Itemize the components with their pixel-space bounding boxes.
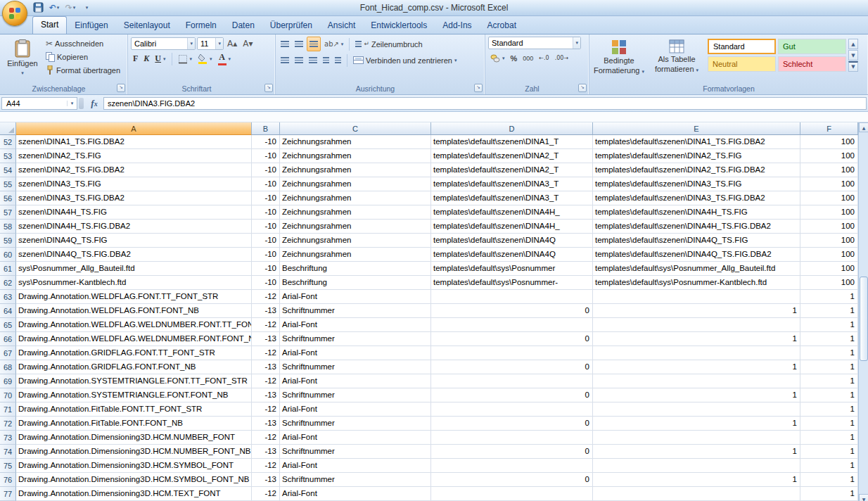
cell-A56[interactable]: szenen\DINA3_TS.FIG.DBA2: [16, 191, 252, 205]
cell-C64[interactable]: Schriftnummer: [280, 304, 431, 318]
number-dialog-launcher[interactable]: ↘: [578, 84, 587, 92]
row-header-52[interactable]: 52: [0, 135, 16, 149]
cell-E72[interactable]: 1: [593, 417, 800, 431]
tab-addins[interactable]: Add-Ins: [435, 18, 479, 34]
cell-D56[interactable]: templates\default\szenen\DINA3_T: [431, 191, 593, 205]
gallery-more-button[interactable]: ▼: [848, 61, 858, 72]
cell-D61[interactable]: templates\default\sys\Posnummer: [431, 262, 593, 276]
cell-D69[interactable]: [431, 374, 593, 388]
borders-button[interactable]: ▾: [176, 52, 195, 65]
decrease-decimal-button[interactable]: .00→: [553, 51, 570, 65]
wrap-text-button[interactable]: ↵Zeilenumbruch: [353, 37, 424, 51]
cell-F55[interactable]: 100: [800, 177, 858, 191]
cell-E55[interactable]: templates\default\szenen\DINA3_TS.FIG: [593, 177, 800, 191]
cell-D70[interactable]: 0: [431, 388, 593, 402]
format-as-table-button[interactable]: Als Tabelle formatieren ▾: [649, 37, 704, 82]
cell-F69[interactable]: 1: [800, 374, 858, 388]
cell-E52[interactable]: templates\default\szenen\DINA1_TS.FIG.DB…: [593, 135, 800, 149]
cell-A54[interactable]: szenen\DINA2_TS.FIG.DBA2: [16, 163, 252, 177]
cell-A70[interactable]: Drawing.Annotation.SYSTEMTRIANGLE.FONT.F…: [16, 388, 252, 402]
cell-C77[interactable]: Arial-Font: [280, 487, 431, 501]
row-header-73[interactable]: 73: [0, 431, 16, 445]
italic-button[interactable]: K: [141, 52, 151, 65]
cell-F52[interactable]: 100: [800, 135, 858, 149]
column-header-A[interactable]: A: [16, 122, 252, 135]
cell-B65[interactable]: -12: [252, 318, 280, 332]
gallery-down-button[interactable]: ▼: [848, 50, 858, 61]
cell-A52[interactable]: szenen\DINA1_TS.FIG.DBA2: [16, 135, 252, 149]
tab-entwicklertools[interactable]: Entwicklertools: [363, 18, 435, 34]
row-header-56[interactable]: 56: [0, 191, 16, 205]
insert-function-button[interactable]: fx: [85, 97, 103, 110]
cell-F72[interactable]: 1: [800, 417, 858, 431]
cell-F54[interactable]: 100: [800, 163, 858, 177]
cell-F60[interactable]: 100: [800, 248, 858, 262]
scroll-thumb[interactable]: [860, 277, 868, 361]
tab-einfuegen[interactable]: Einfügen: [67, 18, 115, 34]
office-button[interactable]: [2, 1, 27, 26]
cell-D73[interactable]: [431, 431, 593, 445]
cell-E66[interactable]: 1: [593, 332, 800, 346]
cell-F63[interactable]: 1: [800, 290, 858, 304]
cell-D62[interactable]: templates\default\sys\Posnummer-: [431, 276, 593, 290]
style-neutral[interactable]: Neutral: [708, 56, 776, 72]
cell-B77[interactable]: -12: [252, 487, 280, 501]
row-header-59[interactable]: 59: [0, 234, 16, 248]
cell-D63[interactable]: [431, 290, 593, 304]
cut-button[interactable]: ✂Ausschneiden: [44, 37, 122, 50]
cell-C54[interactable]: Zeichnungsrahmen: [280, 163, 431, 177]
name-box[interactable]: A44▾: [1, 97, 77, 110]
cell-A76[interactable]: Drawing.Annotation.Dimensioning3D.HCM.SY…: [16, 473, 252, 487]
font-name-combo[interactable]: Calibri▾: [131, 37, 196, 50]
cell-A59[interactable]: szenen\DINA4Q_TS.FIG: [16, 234, 252, 248]
align-bottom-button[interactable]: [307, 37, 321, 51]
row-header-54[interactable]: 54: [0, 163, 16, 177]
comma-style-button[interactable]: 000: [521, 51, 535, 65]
cell-B58[interactable]: -10: [252, 220, 280, 234]
decrease-indent-button[interactable]: [321, 53, 331, 67]
cell-D71[interactable]: [431, 402, 593, 417]
cell-D72[interactable]: 0: [431, 417, 593, 431]
cell-A72[interactable]: Drawing.Annotation.FitTable.FONT.FONT_NB: [16, 417, 252, 431]
cell-B74[interactable]: -13: [252, 445, 280, 459]
cell-A69[interactable]: Drawing.Annotation.SYSTEMTRIANGLE.FONT.T…: [16, 374, 252, 388]
cell-C63[interactable]: Arial-Font: [280, 290, 431, 304]
formula-bar-divider[interactable]: [79, 98, 84, 109]
cell-F74[interactable]: 1: [800, 445, 858, 459]
cell-C74[interactable]: Schriftnummer: [280, 445, 431, 459]
row-header-68[interactable]: 68: [0, 360, 16, 374]
redo-button[interactable]: ↷▾: [63, 1, 77, 13]
align-left-button[interactable]: [279, 53, 291, 67]
align-top-button[interactable]: [279, 37, 291, 51]
cell-B57[interactable]: -10: [252, 205, 280, 220]
tab-start[interactable]: Start: [32, 16, 67, 34]
cell-D67[interactable]: [431, 346, 593, 360]
cell-C67[interactable]: Arial-Font: [280, 346, 431, 360]
cell-B69[interactable]: -12: [252, 374, 280, 388]
increase-decimal-button[interactable]: ←.0: [537, 51, 551, 65]
orientation-button[interactable]: ab↗▾: [322, 37, 345, 51]
cell-F53[interactable]: 100: [800, 149, 858, 163]
font-color-button[interactable]: A▾: [216, 52, 234, 65]
cell-B62[interactable]: -10: [252, 276, 280, 290]
fill-color-button[interactable]: ▾: [196, 52, 215, 65]
cell-E62[interactable]: templates\default\sys\Posnummer-Kantblec…: [593, 276, 800, 290]
column-header-D[interactable]: D: [431, 122, 593, 135]
cell-F57[interactable]: 100: [800, 205, 858, 220]
cell-F70[interactable]: 1: [800, 388, 858, 402]
style-standard[interactable]: Standard: [708, 39, 776, 54]
cell-D75[interactable]: [431, 459, 593, 473]
cell-B66[interactable]: -13: [252, 332, 280, 346]
cell-E57[interactable]: templates\default\szenen\DINA4H_TS.FIG: [593, 205, 800, 220]
cell-E64[interactable]: 1: [593, 304, 800, 318]
cell-E61[interactable]: templates\default\sys\Posnummer_Allg_Bau…: [593, 262, 800, 276]
cell-A67[interactable]: Drawing.Annotation.GRIDFLAG.FONT.TT_FONT…: [16, 346, 252, 360]
cell-C57[interactable]: Zeichnungsrahmen: [280, 205, 431, 220]
cell-E70[interactable]: 1: [593, 388, 800, 402]
row-header-66[interactable]: 66: [0, 332, 16, 346]
alignment-dialog-launcher[interactable]: ↘: [474, 84, 483, 92]
shrink-font-button[interactable]: A▾: [241, 37, 255, 50]
cell-F75[interactable]: 1: [800, 459, 858, 473]
cell-B75[interactable]: -12: [252, 459, 280, 473]
cell-D52[interactable]: templates\default\szenen\DINA1_T: [431, 135, 593, 149]
